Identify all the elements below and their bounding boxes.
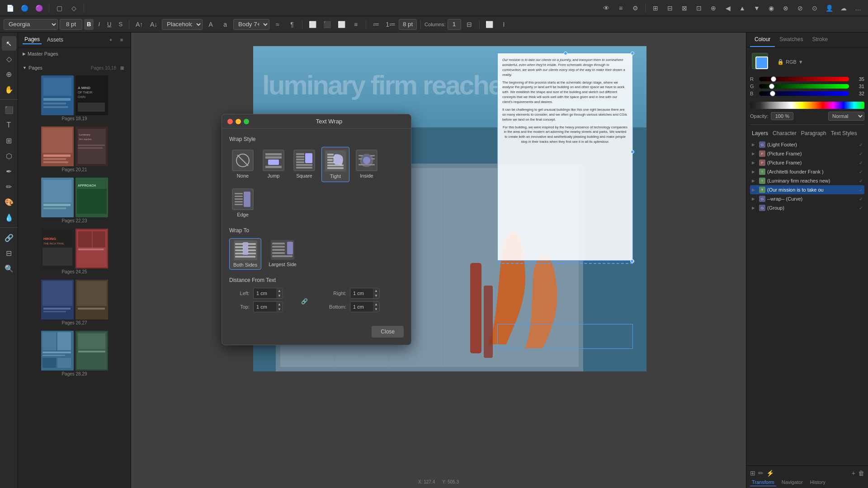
handle-ml[interactable] bbox=[631, 150, 634, 154]
handle-tl[interactable] bbox=[631, 52, 634, 55]
layer-vis3-icon[interactable]: ✓ bbox=[859, 160, 863, 165]
paragraph-tab[interactable]: Paragraph bbox=[801, 130, 826, 136]
bottom-icon2[interactable]: ✏ bbox=[758, 469, 764, 477]
tool-linked[interactable]: 🔗 bbox=[2, 230, 16, 245]
tool-pencil[interactable]: ✏ bbox=[2, 179, 16, 194]
layer-vis5-icon[interactable]: ✓ bbox=[859, 178, 863, 183]
blue-slider-thumb[interactable] bbox=[770, 91, 775, 96]
master-pages-header[interactable]: ▶ Master Pages bbox=[20, 49, 129, 58]
tool-crop[interactable]: ⊟ bbox=[2, 246, 16, 260]
thumb-container-24-25[interactable]: HIKING THE INCA TRAIL bbox=[20, 227, 129, 276]
add-page-btn[interactable]: + bbox=[106, 35, 115, 44]
kern-icon[interactable]: ≈ bbox=[271, 18, 284, 31]
tool-r1[interactable]: ⊞ bbox=[649, 2, 662, 14]
tool-node2[interactable]: ◇ bbox=[2, 52, 16, 66]
layer-group[interactable]: ▶ G (Group) ✓ bbox=[750, 203, 864, 212]
tool-r8[interactable]: ▼ bbox=[750, 2, 763, 14]
tab-history[interactable]: History bbox=[808, 479, 827, 486]
tool-r5[interactable]: ⊕ bbox=[707, 2, 720, 14]
bottom-icon4[interactable]: + bbox=[852, 469, 855, 477]
style-icon2[interactable]: a bbox=[219, 18, 231, 31]
dist-right-down[interactable]: ▼ bbox=[373, 293, 379, 298]
layer-picture-frame-1[interactable]: ▶ P (Picture Frame) ✓ bbox=[750, 149, 864, 158]
thumb-container-20-21[interactable]: Luminary firm reaches Pages 20,21 bbox=[20, 125, 129, 174]
layer-light-footer[interactable]: ▶ G (Light Footer) ✓ bbox=[750, 140, 864, 149]
layer-our-mission[interactable]: ▶ T (Our mission is to take ou ✓ bbox=[750, 185, 864, 194]
tool-r7[interactable]: ▲ bbox=[736, 2, 749, 14]
tool-affinity[interactable]: 🔵 bbox=[18, 2, 31, 14]
character-tab[interactable]: Character bbox=[773, 130, 797, 136]
wrap-tight-option[interactable]: Tight bbox=[321, 147, 349, 182]
layer-luminary[interactable]: ▶ T (Luminary firm reaches new) ✓ bbox=[750, 176, 864, 185]
text-styles-tab[interactable]: Text Styles bbox=[831, 130, 857, 136]
wrap-square-option[interactable]: Square bbox=[291, 147, 318, 182]
tool-pointer[interactable]: ↖ bbox=[2, 36, 16, 51]
strikethrough-button[interactable]: S bbox=[116, 19, 125, 30]
bottom-icon1[interactable]: ⊞ bbox=[750, 469, 755, 477]
bottom-icon3[interactable]: ⚡ bbox=[766, 469, 774, 477]
layer-picture-frame-2[interactable]: ▶ P (Picture Frame) ✓ bbox=[750, 158, 864, 167]
dist-bottom-up[interactable]: ▲ bbox=[373, 302, 379, 307]
handle-tc[interactable] bbox=[564, 52, 567, 55]
min-traffic-dot[interactable] bbox=[236, 119, 241, 124]
tab-pages[interactable]: Pages bbox=[23, 35, 42, 44]
text-frame-bottom[interactable] bbox=[497, 324, 633, 349]
tool-table[interactable]: ⊞ bbox=[2, 133, 16, 148]
layer-vis6-icon[interactable]: ✓ bbox=[859, 188, 863, 192]
tool-r4[interactable]: ⊡ bbox=[693, 2, 705, 14]
font-icon1[interactable]: A↑ bbox=[133, 18, 146, 31]
handle-br[interactable] bbox=[630, 259, 634, 263]
frame-icon2[interactable]: I bbox=[498, 18, 510, 31]
font-icon2[interactable]: A↓ bbox=[147, 18, 160, 31]
tool-zoom[interactable]: ⊕ bbox=[2, 67, 16, 81]
list-icon[interactable]: ≔ bbox=[370, 18, 382, 31]
red-slider-track[interactable] bbox=[759, 77, 849, 81]
link-distances-icon[interactable]: 🔗 bbox=[301, 298, 308, 305]
tool-designer[interactable]: 🟣 bbox=[33, 2, 45, 14]
tool-pen[interactable]: ✒ bbox=[2, 164, 16, 178]
tool-r3[interactable]: ⊠ bbox=[678, 2, 691, 14]
tool-cloud[interactable]: ☁ bbox=[837, 2, 850, 14]
columns-input[interactable] bbox=[399, 19, 417, 30]
tool-file[interactable]: 📄 bbox=[4, 2, 16, 14]
body-style-select[interactable]: Body 7+ bbox=[233, 19, 269, 30]
pages-grid-icon[interactable]: ⊞ bbox=[118, 64, 126, 72]
tool-r6[interactable]: ◀ bbox=[722, 2, 734, 14]
dist-top-input[interactable] bbox=[254, 303, 276, 311]
layer-vis2-icon[interactable]: ✓ bbox=[859, 151, 863, 156]
opacity-input[interactable] bbox=[771, 112, 793, 120]
tool-shape[interactable]: ⬡ bbox=[2, 149, 16, 163]
wrap-edge-option[interactable]: Edge bbox=[229, 186, 256, 220]
tab-stroke[interactable]: Stroke bbox=[807, 33, 832, 47]
tool-r2[interactable]: ⊟ bbox=[664, 2, 676, 14]
close-traffic-dot[interactable] bbox=[227, 119, 233, 124]
bottom-icon5[interactable]: 🗑 bbox=[858, 469, 864, 477]
stroke-color-box[interactable] bbox=[755, 56, 768, 69]
list-num[interactable]: 1≔ bbox=[384, 18, 397, 31]
tool-menu[interactable]: ≡ bbox=[614, 2, 627, 14]
red-slider-thumb[interactable] bbox=[771, 76, 776, 82]
dist-top-down[interactable]: ▼ bbox=[276, 307, 283, 312]
tool-more[interactable]: … bbox=[852, 2, 864, 14]
layer-architetti[interactable]: ▶ T (Architetti founder Frank ) ✓ bbox=[750, 167, 864, 176]
tool-pan[interactable]: ✋ bbox=[2, 82, 16, 97]
font-family-select[interactable]: Georgia bbox=[4, 19, 58, 30]
tab-assets[interactable]: Assets bbox=[45, 36, 65, 44]
tool-user[interactable]: 👤 bbox=[823, 2, 835, 14]
blue-slider-track[interactable] bbox=[759, 91, 849, 96]
tab-navigator[interactable]: Navigator bbox=[780, 479, 805, 486]
tool-eyedrop[interactable]: 💧 bbox=[2, 210, 16, 225]
tab-colour[interactable]: Colour bbox=[750, 33, 775, 47]
tool-text[interactable]: T bbox=[2, 118, 16, 132]
dist-top-up[interactable]: ▲ bbox=[276, 302, 283, 307]
dist-left-down[interactable]: ▼ bbox=[276, 293, 283, 298]
tool-fill[interactable]: 🎨 bbox=[2, 195, 16, 209]
green-slider-thumb[interactable] bbox=[769, 84, 774, 89]
col-icon[interactable]: ⊟ bbox=[463, 18, 476, 31]
dist-left-input[interactable] bbox=[254, 289, 276, 297]
wrap-largest-side-option[interactable]: Largest Side bbox=[265, 238, 300, 270]
layer-wrap-curve[interactable]: ▶ G --wrap-- (Curve) ✓ bbox=[750, 194, 864, 203]
tool-select[interactable]: ▢ bbox=[53, 2, 66, 14]
tool-r12[interactable]: ⊙ bbox=[808, 2, 821, 14]
align-center[interactable]: ⬛ bbox=[321, 18, 333, 31]
